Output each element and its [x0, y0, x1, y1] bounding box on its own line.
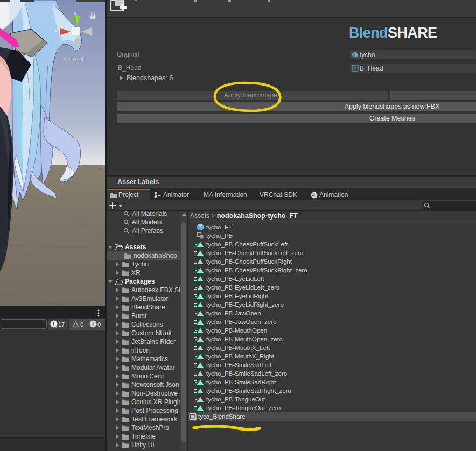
svg-text:0: 0	[80, 321, 83, 328]
svg-text:!: !	[53, 321, 54, 327]
svg-text:0: 0	[97, 321, 101, 328]
svg-text:17: 17	[58, 321, 65, 328]
svg-text:y: y	[74, 10, 76, 16]
svg-text:< Front: < Front	[63, 55, 84, 63]
svg-text:!: !	[92, 321, 94, 327]
